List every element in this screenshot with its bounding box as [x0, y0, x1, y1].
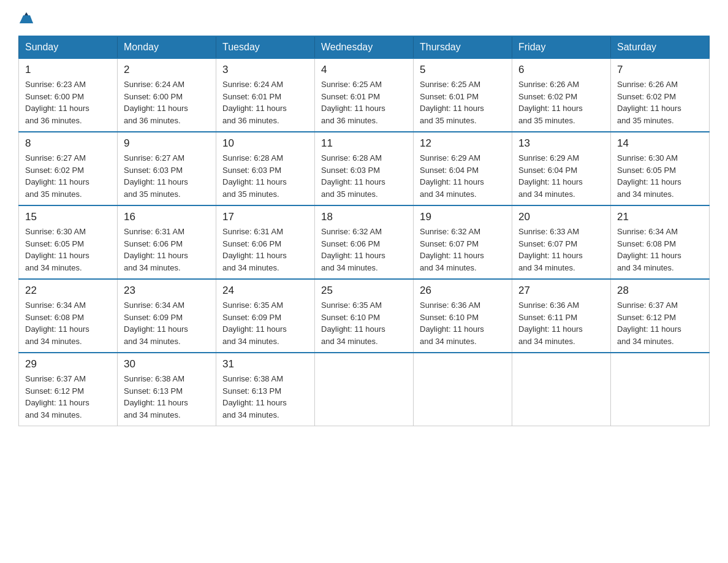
day-info: Sunrise: 6:34 AMSunset: 6:08 PMDaylight:…	[617, 226, 703, 274]
calendar-cell: 30 Sunrise: 6:38 AMSunset: 6:13 PMDaylig…	[118, 353, 216, 426]
day-info: Sunrise: 6:29 AMSunset: 6:04 PMDaylight:…	[518, 152, 604, 200]
calendar-cell: 24 Sunrise: 6:35 AMSunset: 6:09 PMDaylig…	[216, 279, 315, 353]
day-info: Sunrise: 6:25 AMSunset: 6:01 PMDaylight:…	[420, 79, 506, 126]
day-number: 6	[518, 64, 604, 76]
day-number: 21	[617, 211, 703, 223]
day-number: 1	[25, 64, 111, 76]
calendar-week-row: 22 Sunrise: 6:34 AMSunset: 6:08 PMDaylig…	[19, 279, 710, 353]
calendar-header-sunday: Sunday	[19, 36, 118, 58]
day-info: Sunrise: 6:37 AMSunset: 6:12 PMDaylight:…	[617, 299, 703, 347]
logo	[18, 12, 33, 23]
day-number: 24	[222, 285, 308, 297]
day-info: Sunrise: 6:26 AMSunset: 6:02 PMDaylight:…	[518, 79, 604, 126]
day-number: 16	[124, 211, 210, 223]
calendar-week-row: 8 Sunrise: 6:27 AMSunset: 6:02 PMDayligh…	[19, 132, 710, 205]
day-number: 14	[617, 137, 703, 150]
day-number: 26	[420, 285, 506, 297]
calendar-cell: 31 Sunrise: 6:38 AMSunset: 6:13 PMDaylig…	[216, 353, 315, 426]
day-number: 10	[222, 137, 308, 150]
day-number: 3	[222, 64, 308, 76]
calendar-cell: 16 Sunrise: 6:31 AMSunset: 6:06 PMDaylig…	[118, 205, 216, 279]
calendar-week-row: 1 Sunrise: 6:23 AMSunset: 6:00 PMDayligh…	[19, 58, 710, 132]
calendar-cell: 23 Sunrise: 6:34 AMSunset: 6:09 PMDaylig…	[118, 279, 216, 353]
day-info: Sunrise: 6:31 AMSunset: 6:06 PMDaylight:…	[222, 226, 308, 274]
calendar-header-friday: Friday	[512, 36, 611, 58]
calendar-cell: 7 Sunrise: 6:26 AMSunset: 6:02 PMDayligh…	[611, 58, 710, 132]
calendar-cell: 20 Sunrise: 6:33 AMSunset: 6:07 PMDaylig…	[512, 205, 611, 279]
calendar-cell: 5 Sunrise: 6:25 AMSunset: 6:01 PMDayligh…	[414, 58, 512, 132]
calendar-header-thursday: Thursday	[414, 36, 512, 58]
calendar-cell: 29 Sunrise: 6:37 AMSunset: 6:12 PMDaylig…	[19, 353, 118, 426]
calendar-header-wednesday: Wednesday	[315, 36, 414, 58]
logo-icon	[20, 12, 33, 23]
day-info: Sunrise: 6:26 AMSunset: 6:02 PMDaylight:…	[617, 79, 703, 126]
day-info: Sunrise: 6:28 AMSunset: 6:03 PMDaylight:…	[321, 152, 407, 200]
calendar-cell	[512, 353, 611, 426]
day-number: 31	[222, 358, 308, 370]
day-number: 28	[617, 285, 703, 297]
calendar-cell	[611, 353, 710, 426]
day-number: 15	[25, 211, 111, 223]
calendar-cell: 15 Sunrise: 6:30 AMSunset: 6:05 PMDaylig…	[19, 205, 118, 279]
calendar-cell: 22 Sunrise: 6:34 AMSunset: 6:08 PMDaylig…	[19, 279, 118, 353]
day-number: 18	[321, 211, 407, 223]
calendar-cell: 2 Sunrise: 6:24 AMSunset: 6:00 PMDayligh…	[118, 58, 216, 132]
day-number: 8	[25, 137, 111, 150]
calendar-cell: 14 Sunrise: 6:30 AMSunset: 6:05 PMDaylig…	[611, 132, 710, 205]
day-info: Sunrise: 6:28 AMSunset: 6:03 PMDaylight:…	[222, 152, 308, 200]
day-info: Sunrise: 6:25 AMSunset: 6:01 PMDaylight:…	[321, 79, 407, 126]
day-info: Sunrise: 6:27 AMSunset: 6:03 PMDaylight:…	[124, 152, 210, 200]
day-info: Sunrise: 6:31 AMSunset: 6:06 PMDaylight:…	[124, 226, 210, 274]
day-number: 9	[124, 137, 210, 150]
calendar-cell: 4 Sunrise: 6:25 AMSunset: 6:01 PMDayligh…	[315, 58, 414, 132]
day-info: Sunrise: 6:23 AMSunset: 6:00 PMDaylight:…	[25, 79, 111, 126]
calendar-week-row: 15 Sunrise: 6:30 AMSunset: 6:05 PMDaylig…	[19, 205, 710, 279]
day-info: Sunrise: 6:36 AMSunset: 6:11 PMDaylight:…	[518, 299, 604, 347]
svg-marker-1	[20, 15, 33, 23]
day-info: Sunrise: 6:27 AMSunset: 6:02 PMDaylight:…	[25, 152, 111, 200]
day-number: 11	[321, 137, 407, 150]
calendar-cell: 6 Sunrise: 6:26 AMSunset: 6:02 PMDayligh…	[512, 58, 611, 132]
day-info: Sunrise: 6:33 AMSunset: 6:07 PMDaylight:…	[518, 226, 604, 274]
calendar-week-row: 29 Sunrise: 6:37 AMSunset: 6:12 PMDaylig…	[19, 353, 710, 426]
calendar-header-tuesday: Tuesday	[216, 36, 315, 58]
calendar-header-row: SundayMondayTuesdayWednesdayThursdayFrid…	[19, 36, 710, 58]
calendar-cell	[414, 353, 512, 426]
day-number: 22	[25, 285, 111, 297]
calendar-header-monday: Monday	[118, 36, 216, 58]
day-info: Sunrise: 6:32 AMSunset: 6:07 PMDaylight:…	[420, 226, 506, 274]
calendar-cell	[315, 353, 414, 426]
calendar-cell: 8 Sunrise: 6:27 AMSunset: 6:02 PMDayligh…	[19, 132, 118, 205]
calendar-cell: 27 Sunrise: 6:36 AMSunset: 6:11 PMDaylig…	[512, 279, 611, 353]
calendar-cell: 9 Sunrise: 6:27 AMSunset: 6:03 PMDayligh…	[118, 132, 216, 205]
calendar-cell: 12 Sunrise: 6:29 AMSunset: 6:04 PMDaylig…	[414, 132, 512, 205]
day-number: 5	[420, 64, 506, 76]
day-info: Sunrise: 6:37 AMSunset: 6:12 PMDaylight:…	[25, 373, 111, 421]
page-header	[18, 12, 710, 23]
day-number: 25	[321, 285, 407, 297]
day-number: 4	[321, 64, 407, 76]
day-number: 2	[124, 64, 210, 76]
calendar-cell: 10 Sunrise: 6:28 AMSunset: 6:03 PMDaylig…	[216, 132, 315, 205]
calendar-header-saturday: Saturday	[611, 36, 710, 58]
day-number: 13	[518, 137, 604, 150]
calendar-cell: 13 Sunrise: 6:29 AMSunset: 6:04 PMDaylig…	[512, 132, 611, 205]
day-number: 12	[420, 137, 506, 150]
day-number: 7	[617, 64, 703, 76]
calendar-cell: 18 Sunrise: 6:32 AMSunset: 6:06 PMDaylig…	[315, 205, 414, 279]
day-number: 27	[518, 285, 604, 297]
day-number: 17	[222, 211, 308, 223]
day-info: Sunrise: 6:32 AMSunset: 6:06 PMDaylight:…	[321, 226, 407, 274]
calendar-cell: 3 Sunrise: 6:24 AMSunset: 6:01 PMDayligh…	[216, 58, 315, 132]
calendar-cell: 1 Sunrise: 6:23 AMSunset: 6:00 PMDayligh…	[19, 58, 118, 132]
day-number: 30	[124, 358, 210, 370]
calendar-cell: 26 Sunrise: 6:36 AMSunset: 6:10 PMDaylig…	[414, 279, 512, 353]
day-info: Sunrise: 6:24 AMSunset: 6:01 PMDaylight:…	[222, 79, 308, 126]
day-info: Sunrise: 6:29 AMSunset: 6:04 PMDaylight:…	[420, 152, 506, 200]
calendar-table: SundayMondayTuesdayWednesdayThursdayFrid…	[18, 36, 710, 426]
day-info: Sunrise: 6:35 AMSunset: 6:10 PMDaylight:…	[321, 299, 407, 347]
day-info: Sunrise: 6:38 AMSunset: 6:13 PMDaylight:…	[124, 373, 210, 421]
calendar-cell: 17 Sunrise: 6:31 AMSunset: 6:06 PMDaylig…	[216, 205, 315, 279]
calendar-cell: 25 Sunrise: 6:35 AMSunset: 6:10 PMDaylig…	[315, 279, 414, 353]
day-number: 29	[25, 358, 111, 370]
